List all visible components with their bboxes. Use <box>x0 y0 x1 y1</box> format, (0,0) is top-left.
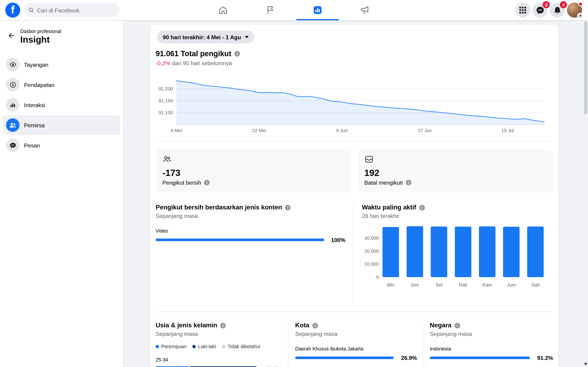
sidebar-item-pesan[interactable]: Pesan <box>3 135 120 155</box>
tab-insights[interactable] <box>294 0 341 20</box>
batal-mengikuti-icon <box>364 155 373 163</box>
total-followers-title: 91.061 Total pengikut <box>156 50 232 58</box>
svg-text:Sab: Sab <box>531 282 540 287</box>
demographics-sections: Usia & jenis kelamin i Sepanjang masa Pe… <box>156 311 553 367</box>
stat-label: Batal mengikuti <box>364 179 403 186</box>
facebook-logo-letter: f <box>11 3 15 16</box>
breadcrumb: Dasbor profesional <box>20 28 61 34</box>
info-icon[interactable]: i <box>454 323 460 328</box>
section-title-row: Usia & jenis kelamin i <box>156 322 281 329</box>
info-icon[interactable]: i <box>285 205 291 210</box>
grid-icon <box>519 6 527 14</box>
info-icon[interactable]: i <box>234 51 240 56</box>
dollar-icon: $ <box>6 78 19 92</box>
legend-dot-laki-laki <box>192 345 196 348</box>
sidebar-item-pendapatan[interactable]: $ Pendapatan <box>3 75 120 94</box>
caret-down-icon <box>245 36 249 38</box>
section-subtitle: Sepanjang masa <box>295 331 417 337</box>
hbar-fill <box>295 357 394 359</box>
stat-label-row: Pengikut bersih i <box>162 179 345 186</box>
scrollbar-down-arrow[interactable] <box>584 363 588 365</box>
info-icon[interactable]: i <box>204 180 210 185</box>
info-icon[interactable]: i <box>220 323 226 328</box>
svg-text:0: 0 <box>376 275 379 280</box>
messenger-button[interactable]: 3 <box>532 2 547 17</box>
hbar-fill <box>430 357 530 359</box>
section-subtitle: Sepanjang masa <box>156 331 281 337</box>
active-time-bar-chart: 010.00020.00030.000MinSenSelRabKamJumSab <box>362 223 546 290</box>
city-section: Kota i Sepanjang masa Daerah Khusus Ibuk… <box>288 322 424 367</box>
followers-title-row: 91.061 Total pengikut i <box>156 50 553 58</box>
section-title-row: Pengikut bersih berdasarkan jenis konten… <box>156 204 346 211</box>
vertical-scrollbar[interactable] <box>583 0 588 367</box>
section-title-row: Waktu paling aktif i <box>362 204 553 211</box>
people-outline-icon <box>162 155 171 163</box>
bar-percent: 26.9% <box>398 355 417 361</box>
back-arrow-icon <box>8 32 15 40</box>
megaphone-icon <box>360 5 370 15</box>
svg-text:Kam: Kam <box>482 282 492 287</box>
svg-text:9 Jun: 9 Jun <box>336 128 348 133</box>
country-section: Negara i Sepanjang masa Indonesia 91.2% … <box>424 322 553 367</box>
interactions-icon <box>6 98 19 112</box>
facebook-logo[interactable]: f <box>5 2 20 17</box>
section-divider <box>156 141 553 142</box>
message-icon <box>6 139 19 152</box>
svg-text:Jum: Jum <box>507 282 516 287</box>
info-icon[interactable]: i <box>312 323 318 328</box>
section-subtitle: 28 hari terakhir <box>362 213 553 219</box>
info-icon[interactable]: i <box>406 180 411 185</box>
svg-text:Sen: Sen <box>411 282 419 287</box>
section-title-row: Negara i <box>430 322 553 329</box>
info-icon[interactable]: i <box>419 205 425 210</box>
delta-suffix: dari 90 hari sebelumnya <box>170 60 232 66</box>
svg-text:22 Mei: 22 Mei <box>252 128 266 133</box>
date-range-label: 90 hari terakhir: 4 Mei - 1 Agu <box>163 34 241 40</box>
tab-pages[interactable] <box>247 0 294 20</box>
gender-legend: Perempuan Laki-laki Tidak diketahui <box>156 344 281 349</box>
unfollows-card: 192 Batal mengikuti i <box>358 149 553 192</box>
bar-label: Indonesia <box>430 346 553 352</box>
notifications-button[interactable]: 4 <box>550 2 565 17</box>
tab-home[interactable] <box>199 0 247 20</box>
date-range-filter[interactable]: 90 hari terakhir: 4 Mei - 1 Agu <box>157 31 254 44</box>
svg-text:91.200: 91.200 <box>158 86 173 91</box>
bar-track <box>156 239 325 241</box>
sidebar-header: Dasbor profesional Insight <box>3 27 120 45</box>
middle-sections: Pengikut bersih berdasarkan jenis konten… <box>156 204 553 302</box>
section-title: Usia & jenis kelamin <box>156 322 217 329</box>
eye-icon <box>6 58 19 71</box>
svg-text:Min: Min <box>387 282 395 287</box>
facebook-insights-page: f 3 <box>0 0 588 367</box>
age-gender-section: Usia & jenis kelamin i Sepanjang masa Pe… <box>156 322 288 367</box>
bar-row: Daerah Khusus Ibukota Jakarta 26.9% <box>295 346 417 361</box>
messenger-badge: 3 <box>543 1 550 8</box>
sidebar-item-interaksi[interactable]: Interaksi <box>3 95 120 115</box>
bar-label: 25-34 <box>156 357 281 362</box>
sidebar-item-label: Pendapatan <box>24 81 54 88</box>
scrollbar-thumb[interactable] <box>584 21 587 114</box>
apps-menu-button[interactable] <box>515 2 530 17</box>
stat-label: Pengikut bersih <box>162 179 201 186</box>
tab-ads[interactable] <box>341 0 389 20</box>
svg-text:15 Jul: 15 Jul <box>502 128 514 133</box>
top-navigation-bar: f 3 <box>0 0 588 20</box>
delta-value: -0.2% <box>156 60 170 66</box>
sidebar-item-label: Pesan <box>24 142 40 149</box>
page-title: Insight <box>20 34 61 45</box>
svg-text:$: $ <box>12 83 14 86</box>
section-subtitle: Sepanjang masa <box>430 331 553 337</box>
back-button[interactable] <box>6 30 17 41</box>
search-box[interactable] <box>24 3 119 17</box>
search-input[interactable] <box>37 7 115 13</box>
center-tabs <box>199 0 389 20</box>
topbar-actions: 3 4 ▾ <box>515 2 582 17</box>
sidebar-item-tayangan[interactable]: Tayangan <box>3 55 120 74</box>
flag-icon <box>266 5 275 15</box>
svg-text:20.000: 20.000 <box>364 249 379 254</box>
profile-avatar[interactable]: ▾ <box>567 2 582 17</box>
sidebar-item-pemirsa[interactable]: Pemirsa <box>3 115 120 135</box>
insights-card: 90 hari terakhir: 4 Mei - 1 Agu 91.061 T… <box>150 25 558 367</box>
section-title: Pengikut bersih berdasarkan jenis konten <box>156 204 282 211</box>
section-title-row: Kota i <box>295 322 417 329</box>
